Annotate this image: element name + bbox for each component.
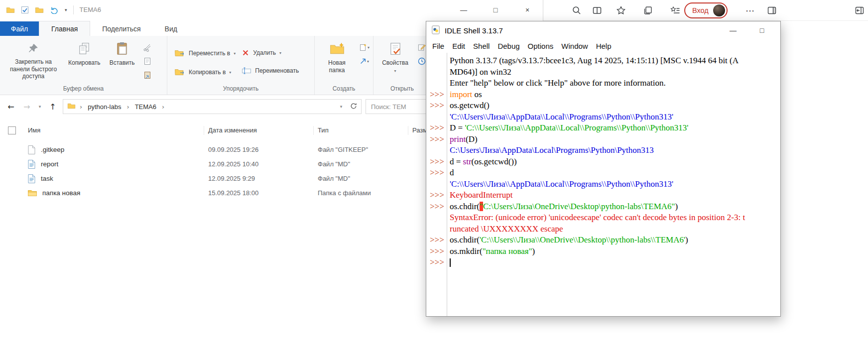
new-folder-qat-icon[interactable] bbox=[35, 6, 44, 14]
menu-edit[interactable]: Edit bbox=[448, 42, 469, 50]
shell-line: >>>import os bbox=[426, 89, 780, 101]
address-bar[interactable]: › python-labs › ТЕМА6 › ▾ bbox=[63, 99, 362, 114]
collections-icon[interactable] bbox=[642, 5, 653, 16]
properties-button[interactable]: Свойства ▾ bbox=[376, 39, 414, 74]
split-screen-icon[interactable] bbox=[592, 5, 603, 16]
breadcrumb-python-labs[interactable]: python-labs bbox=[86, 103, 123, 111]
cut-button[interactable] bbox=[141, 42, 153, 53]
tab-file[interactable]: Файл bbox=[0, 21, 39, 36]
tab-view[interactable]: Вид bbox=[153, 21, 189, 36]
menu-window[interactable]: Window bbox=[557, 42, 592, 50]
copy-button[interactable]: Копировать bbox=[64, 39, 105, 67]
file-type: Папка с файлами bbox=[314, 189, 408, 197]
idle-app-icon bbox=[431, 25, 440, 36]
signin-button[interactable]: Вход bbox=[684, 2, 728, 18]
qat-chevron-icon[interactable]: ▾ bbox=[65, 7, 67, 12]
file-date: 09.09.2025 19:26 bbox=[204, 146, 314, 153]
paste-icon bbox=[116, 42, 128, 57]
shell-prompt bbox=[426, 67, 447, 78]
shell-prompt: >>> bbox=[426, 190, 447, 201]
menu-debug[interactable]: Debug bbox=[494, 42, 523, 50]
shell-line: >>>D = 'C:\\Users\\Лиза\\AppData\\Local\… bbox=[426, 122, 780, 134]
recent-locations-chevron[interactable]: ▾ bbox=[37, 104, 43, 109]
favorites-list-icon[interactable] bbox=[670, 5, 681, 16]
file-date: 12.09.2025 9:29 bbox=[204, 175, 314, 182]
explorer-titlebar: ▾ ТЕМА6 — □ × bbox=[0, 0, 543, 20]
new-folder-button[interactable]: Новая папка bbox=[318, 39, 356, 74]
rename-button[interactable]: Переименовать bbox=[242, 67, 299, 75]
menu-shell[interactable]: Shell bbox=[469, 42, 494, 50]
minimize-button[interactable]: — bbox=[448, 0, 480, 20]
paste-shortcut-icon bbox=[143, 71, 152, 80]
menu-file[interactable]: File bbox=[428, 42, 448, 50]
move-to-button[interactable]: Переместить в ▾ bbox=[174, 49, 236, 58]
up-button[interactable]: ↑ bbox=[47, 102, 59, 112]
shell-line: C:\Users\Лиза\AppData\Local\Programs\Pyt… bbox=[426, 145, 780, 156]
new-item-icon bbox=[359, 43, 368, 52]
column-type[interactable]: Тип bbox=[314, 126, 408, 135]
undo-icon[interactable] bbox=[50, 6, 59, 14]
move-to-icon bbox=[174, 49, 185, 58]
column-name[interactable]: Имя bbox=[24, 126, 204, 135]
copy-path-button[interactable] bbox=[141, 56, 153, 67]
forward-button[interactable]: → bbox=[21, 102, 33, 112]
refresh-icon[interactable] bbox=[350, 103, 357, 111]
chevron-down-icon: ▾ bbox=[367, 59, 369, 64]
favorites-icon[interactable] bbox=[616, 5, 626, 16]
new-item-button[interactable]: ▾ bbox=[358, 42, 370, 53]
group-label-organize: Упорядочить bbox=[167, 85, 314, 95]
md-icon bbox=[27, 159, 36, 169]
menu-help[interactable]: Help bbox=[592, 42, 616, 50]
more-icon[interactable]: ⋯ bbox=[744, 5, 755, 16]
shell-prompt bbox=[426, 179, 447, 190]
close-button[interactable]: × bbox=[511, 0, 543, 20]
shell-line: >>> bbox=[426, 257, 780, 269]
properties-check-icon[interactable] bbox=[21, 6, 29, 14]
column-date[interactable]: Дата изменения bbox=[204, 126, 314, 135]
back-button[interactable]: ← bbox=[5, 102, 17, 112]
folder-icon bbox=[27, 189, 37, 197]
select-all-checkbox[interactable] bbox=[8, 126, 16, 134]
shell-line: >>>d bbox=[426, 167, 780, 179]
file-type: Файл "MD" bbox=[314, 175, 408, 182]
menu-options[interactable]: Options bbox=[524, 42, 558, 50]
shell-line: 'C:\\Users\\Лиза\\AppData\\Local\\Progra… bbox=[426, 179, 780, 190]
tab-share[interactable]: Поделиться bbox=[90, 21, 152, 36]
delete-icon bbox=[242, 49, 249, 57]
panel-icon[interactable] bbox=[766, 5, 777, 16]
easy-access-button[interactable]: ▾ bbox=[358, 56, 370, 67]
file-date: 15.09.2025 18:00 bbox=[204, 189, 314, 197]
idle-minimize-button[interactable]: — bbox=[719, 21, 747, 39]
scissors-icon bbox=[143, 43, 152, 52]
edit-icon bbox=[417, 43, 426, 52]
group-label-new: Создать bbox=[315, 85, 373, 95]
shell-prompt: >>> bbox=[426, 100, 447, 112]
sidebar-toggle-icon[interactable] bbox=[854, 5, 865, 16]
shell-line: >>>KeyboardInterrupt bbox=[426, 190, 780, 201]
copy-icon bbox=[78, 42, 91, 57]
pin-to-quick-access-button[interactable]: Закрепить на панели быстрого доступа bbox=[3, 39, 64, 80]
tab-home[interactable]: Главная bbox=[39, 21, 90, 36]
paste-shortcut-button[interactable] bbox=[141, 70, 153, 81]
history-icon bbox=[417, 57, 426, 66]
search-icon[interactable] bbox=[571, 5, 582, 16]
group-new: Новая папка ▾ ▾ Создать bbox=[315, 36, 373, 95]
shell-prompt bbox=[426, 145, 447, 156]
paste-button[interactable]: Вставить bbox=[105, 39, 139, 67]
group-open: Свойства ▾ Открыть bbox=[373, 36, 431, 95]
file-name: .gitkeep bbox=[41, 146, 64, 153]
shell-prompt: >>> bbox=[426, 167, 447, 179]
shell-prompt: >>> bbox=[426, 246, 447, 257]
idle-maximize-button[interactable]: □ bbox=[747, 21, 776, 39]
address-dropdown-chevron[interactable]: ▾ bbox=[338, 104, 344, 109]
breadcrumb-tema6[interactable]: ТЕМА6 bbox=[133, 103, 158, 111]
avatar bbox=[713, 4, 725, 16]
file-date: 12.09.2025 10:40 bbox=[204, 160, 314, 168]
shell[interactable]: Python 3.13.7 (tags/v3.13.7:bcee1c3, Aug… bbox=[426, 53, 780, 316]
address-folder-icon bbox=[67, 103, 76, 111]
copy-to-button[interactable]: Копировать в ▾ bbox=[174, 68, 236, 77]
shell-prompt: >>> bbox=[426, 89, 447, 101]
maximize-button[interactable]: □ bbox=[480, 0, 511, 20]
chevron-down-icon: ▾ bbox=[234, 51, 236, 56]
delete-button[interactable]: Удалить ▾ bbox=[242, 49, 299, 57]
